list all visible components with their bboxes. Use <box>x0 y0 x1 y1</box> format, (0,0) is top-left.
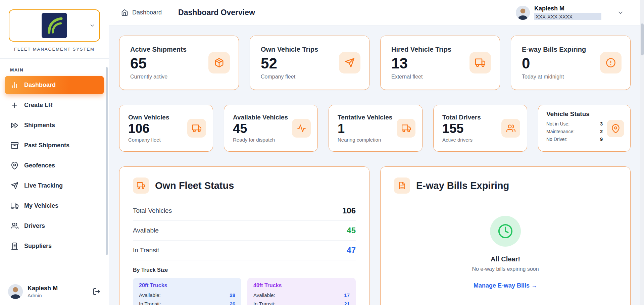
stat-value: 106 <box>128 122 187 136</box>
vehicle-status-value: 2 <box>600 129 603 134</box>
fleet-row-label: In Transit <box>133 247 159 254</box>
sidebar-item-label: Drivers <box>24 222 45 230</box>
truck-row-label: In Transit: <box>253 301 276 305</box>
fleet-row-value: 106 <box>342 206 356 215</box>
sidebar-item-create-lr[interactable]: Create LR <box>5 96 104 114</box>
breadcrumb-label: Dashboard <box>132 9 162 16</box>
sidebar-menu: Dashboard Create LR Shipments Past Shipm… <box>0 76 109 257</box>
window-scrollbar[interactable] <box>640 0 644 305</box>
stat-value: 52 <box>261 56 339 71</box>
stat-card-active-shipments: Active Shipments 65 Currently active <box>119 36 239 90</box>
sidebar-item-suppliers[interactable]: Suppliers <box>5 237 104 255</box>
sidebar-item-label: My Vehicles <box>24 202 58 209</box>
stat-card-hired-vehicle-trips: Hired Vehicle Trips 13 External fleet <box>380 36 500 90</box>
sidebar: FLEET MANAGEMENT SYSTEM MAIN Dashboard C… <box>0 0 109 305</box>
own-fleet-status-card: Own Fleet Status Total Vehicles 106 Avai… <box>119 166 369 305</box>
truck-icon <box>469 52 491 73</box>
bar-chart-icon <box>11 81 18 89</box>
plus-icon <box>11 101 18 109</box>
stat-title: Active Shipments <box>130 46 208 53</box>
truck-panel-title: 40ft Trucks <box>253 283 350 289</box>
sidebar-item-past-shipments[interactable]: Past Shipments <box>5 136 104 155</box>
profile-name: Kaplesh M <box>28 285 58 292</box>
manage-eway-bills-link[interactable]: Manage E-way Bills → <box>474 282 537 289</box>
sidebar-item-my-vehicles[interactable]: My Vehicles <box>5 197 104 215</box>
send-icon <box>339 52 360 73</box>
stat-subtitle: Nearing completion <box>338 137 397 143</box>
sidebar-scrollbar[interactable] <box>106 67 108 255</box>
truck-panel-20ft: 20ft Trucks Available: 28 In Transit: 26… <box>133 278 241 305</box>
user-name: Kaplesh M <box>534 5 601 12</box>
stat-value: 155 <box>442 122 501 136</box>
stat-subtitle: External fleet <box>391 74 469 80</box>
vehicle-status-title: Vehicle Status <box>546 110 603 118</box>
stat-value: 45 <box>233 122 292 136</box>
main-column: Dashboard Dashboard Overview Kaplesh M X… <box>109 0 644 305</box>
truck-row-label: In Transit: <box>139 301 161 305</box>
vehicle-status-card: Vehicle Status Not in Use: 3 Maintenance… <box>538 105 631 152</box>
sidebar-divider <box>0 58 109 59</box>
truck-row-value: 17 <box>344 292 350 298</box>
stat-subtitle: Company fleet <box>261 74 339 80</box>
fleet-row-label: Total Vehicles <box>133 207 172 214</box>
vehicle-status-row: Not in Use: 3 <box>546 121 603 126</box>
vehicle-status-label: No Driver: <box>546 137 567 142</box>
sidebar-item-live-tracking[interactable]: Live Tracking <box>5 176 104 195</box>
page-title: Dashboard Overview <box>178 8 255 17</box>
stat-card-own-vehicles: Own Vehicles 106 Company fleet <box>119 105 213 152</box>
eway-bills-card: E-way Bills Expiring All Clear! No e-way… <box>380 166 631 305</box>
header-divider <box>170 8 170 18</box>
sidebar-profile: Kaplesh M Admin <box>0 278 109 305</box>
stat-subtitle: Currently active <box>130 74 208 80</box>
avatar <box>8 284 23 299</box>
sidebar-item-geofences[interactable]: Geofences <box>5 156 104 175</box>
avatar <box>516 6 530 20</box>
chevron-down-icon <box>617 9 624 16</box>
truck-row-value: 28 <box>230 292 235 298</box>
sidebar-item-label: Past Shipments <box>24 142 69 149</box>
truck-icon <box>133 177 149 194</box>
fleet-row-available: Available 45 <box>133 221 356 241</box>
user-menu[interactable]: Kaplesh M XXX-XXX-XXXX <box>516 5 624 20</box>
stat-card-own-vehicle-trips: Own Vehicle Trips 52 Company fleet <box>250 36 369 90</box>
truck-panel-title: 20ft Trucks <box>139 283 235 289</box>
sidebar-item-dashboard[interactable]: Dashboard <box>5 76 104 94</box>
sidebar-item-drivers[interactable]: Drivers <box>5 217 104 235</box>
company-selector[interactable] <box>9 9 100 42</box>
app-name: FLEET MANAGEMENT SYSTEM <box>3 47 106 52</box>
stat-value: 65 <box>130 56 208 71</box>
breadcrumb[interactable]: Dashboard <box>121 9 162 16</box>
stat-value: 0 <box>522 56 600 71</box>
truck-panel-40ft: 40ft Trucks Available: 17 In Transit: 21… <box>247 278 356 305</box>
sidebar-item-label: Live Tracking <box>24 182 63 189</box>
truck-row: Available: 28 <box>139 292 235 298</box>
map-pin-icon <box>607 120 624 137</box>
truck-icon <box>11 202 18 210</box>
truck-row: In Transit: 26 <box>139 301 235 305</box>
fast-forward-icon <box>11 121 18 129</box>
truck-row-label: Available: <box>139 292 161 298</box>
truck-row-value: 26 <box>230 301 235 305</box>
fleet-row-label: Available <box>133 227 159 234</box>
truck-row: In Transit: 21 <box>253 301 350 305</box>
building-icon <box>11 242 18 250</box>
file-text-icon <box>394 177 410 194</box>
stat-subtitle: Company fleet <box>128 137 187 143</box>
sidebar-section-label: MAIN <box>10 67 109 72</box>
vehicle-status-row: No Driver: 9 <box>546 137 603 142</box>
sidebar-item-label: Shipments <box>24 122 55 129</box>
user-phone: XXX-XXX-XXXX <box>534 13 601 20</box>
truck-icon <box>397 119 415 138</box>
vehicle-status-value: 3 <box>600 121 603 126</box>
stat-title: Total Drivers <box>442 114 501 121</box>
vehicle-status-label: Maintenance: <box>546 129 575 134</box>
sidebar-item-shipments[interactable]: Shipments <box>5 116 104 135</box>
stat-card-total-drivers: Total Drivers 155 Active drivers <box>433 105 527 152</box>
sidebar-item-label: Dashboard <box>24 82 56 89</box>
window-scrollbar-thumb[interactable] <box>641 23 644 55</box>
vehicle-status-label: Not in Use: <box>546 121 569 126</box>
archive-icon <box>11 142 18 149</box>
truck-row-value: 21 <box>344 301 350 305</box>
logout-icon[interactable] <box>93 288 101 296</box>
stat-subtitle: Active drivers <box>442 137 501 143</box>
